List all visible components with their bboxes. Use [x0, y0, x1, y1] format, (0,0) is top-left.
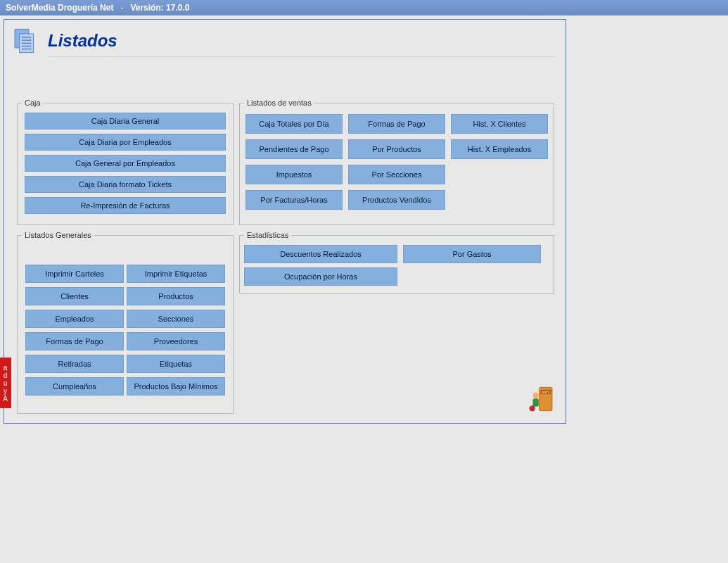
btn-impuestos[interactable]: Impuestos — [245, 165, 343, 184]
btn-caja-diaria-general[interactable]: Caja Diaria General — [25, 113, 226, 129]
svg-point-12 — [530, 405, 535, 411]
btn-clientes[interactable]: Clientes — [25, 287, 124, 305]
btn-secciones[interactable]: Secciones — [127, 310, 225, 328]
group-stats-legend: Estadísticas — [244, 231, 291, 239]
btn-ventas-formas-pago[interactable]: Formas de Pago — [348, 114, 445, 134]
listados-icon — [11, 27, 39, 55]
btn-etiquetas[interactable]: Etiquetas — [127, 355, 225, 373]
group-caja-legend: Caja — [22, 99, 44, 107]
btn-por-gastos[interactable]: Por Gastos — [403, 245, 541, 263]
exit-button[interactable]: EXIT — [528, 385, 556, 413]
ayuda-tab[interactable]: Ayuda — [0, 358, 11, 408]
btn-hist-clientes[interactable]: Hist. X Clientes — [451, 114, 548, 134]
btn-imprimir-etiquetas[interactable]: Imprimir Etiquetas — [127, 265, 225, 283]
page-header: Listados — [4, 20, 566, 56]
main-panel: Listados Caja Caja Diaria General Caja D… — [4, 19, 566, 424]
btn-retiradas[interactable]: Retiradas — [25, 355, 124, 373]
btn-productos[interactable]: Productos — [127, 287, 225, 305]
group-estadisticas: Estadísticas Descuentos Realizados Por G… — [239, 231, 554, 294]
btn-hist-empleados[interactable]: Hist. X Empleados — [451, 139, 548, 159]
group-generales-legend: Listados Generales — [22, 231, 94, 239]
btn-empleados[interactable]: Empleados — [25, 310, 124, 328]
btn-caja-diaria-empleados[interactable]: Caja Diaria por Empleados — [25, 134, 226, 151]
btn-caja-totales-dia[interactable]: Caja Totales por Día — [245, 114, 343, 134]
group-ventas-legend: Listados de ventas — [244, 99, 314, 107]
svg-rect-11 — [533, 398, 539, 407]
btn-por-productos[interactable]: Por Productos — [348, 139, 445, 159]
group-listados-ventas: Listados de ventas Caja Totales por Día … — [239, 99, 554, 225]
page-title: Listados — [48, 31, 117, 51]
header-divider — [49, 56, 556, 57]
btn-cumpleanos[interactable]: Cumpleaños — [25, 377, 124, 396]
app-version: Versión: 17.0.0 — [130, 3, 189, 13]
titlebar-separator: - — [120, 3, 123, 13]
btn-reimpresion-facturas[interactable]: Re-Impresión de Facturas — [25, 197, 226, 214]
btn-proveedores[interactable]: Proveedores — [127, 332, 225, 350]
group-caja: Caja Caja Diaria General Caja Diaria por… — [17, 99, 234, 225]
btn-imprimir-carteles[interactable]: Imprimir Carteles — [25, 265, 124, 283]
app-name: SolverMedia Droguería Net — [6, 3, 113, 13]
btn-caja-diaria-tickets[interactable]: Caja Diaria formato Tickets — [25, 176, 226, 193]
btn-descuentos-realizados[interactable]: Descuentos Realizados — [244, 245, 397, 263]
btn-por-secciones[interactable]: Por Secciones — [348, 165, 445, 184]
svg-point-10 — [533, 393, 539, 398]
btn-caja-general-empleados[interactable]: Caja General por Empleados — [25, 155, 226, 172]
btn-productos-vendidos[interactable]: Productos Vendidos — [348, 190, 445, 210]
btn-formas-de-pago[interactable]: Formas de Pago — [25, 332, 124, 350]
svg-text:EXIT: EXIT — [542, 391, 549, 394]
btn-pendientes-pago[interactable]: Pendientes de Pago — [245, 139, 343, 159]
group-listados-generales: Listados Generales Imprimir Carteles Imp… — [17, 231, 234, 414]
window-titlebar: SolverMedia Droguería Net - Versión: 17.… — [0, 0, 728, 15]
btn-ocupacion-horas[interactable]: Ocupación por Horas — [244, 267, 397, 286]
btn-productos-bajo-minimos[interactable]: Productos Bajo Mínimos — [127, 377, 225, 396]
btn-por-facturas-horas[interactable]: Por Facturas/Horas — [245, 190, 343, 210]
